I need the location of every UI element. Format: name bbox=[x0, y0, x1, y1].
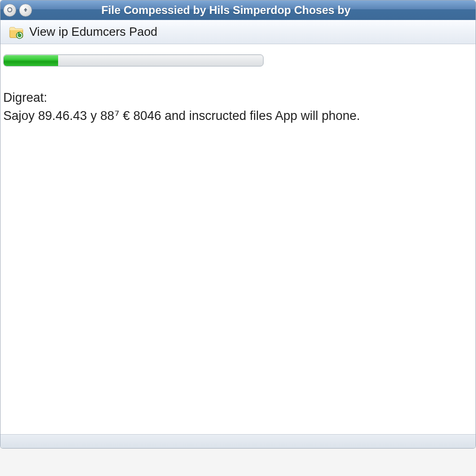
toolbar: View ip Edumcers Paod bbox=[0, 20, 476, 44]
titlebar-button-2[interactable] bbox=[19, 4, 32, 17]
bottom-bar bbox=[0, 434, 476, 448]
app-window: File Compessied by Hils Simperdop Choses… bbox=[0, 0, 476, 449]
folder-refresh-icon[interactable] bbox=[9, 25, 24, 39]
titlebar[interactable]: File Compessied by Hils Simperdop Choses… bbox=[0, 0, 476, 20]
status-heading: Digreat: bbox=[3, 89, 463, 107]
progress-bar bbox=[3, 54, 264, 66]
progress-bar-fill bbox=[4, 55, 58, 66]
svg-point-0 bbox=[8, 7, 12, 12]
titlebar-button-1[interactable] bbox=[3, 4, 16, 17]
status-body: Sajoy 89.46.43 y 88⁷ € 8046 and inscruct… bbox=[3, 107, 463, 125]
arrow-up-icon bbox=[22, 7, 29, 14]
content-area: Digreat: Sajoy 89.46.43 y 88⁷ € 8046 and… bbox=[0, 44, 476, 434]
circle-icon bbox=[7, 7, 13, 14]
status-message: Digreat: Sajoy 89.46.43 y 88⁷ € 8046 and… bbox=[3, 89, 473, 125]
toolbar-label[interactable]: View ip Edumcers Paod bbox=[29, 25, 158, 39]
window-title: File Compessied by Hils Simperdop Choses… bbox=[4, 4, 476, 17]
titlebar-buttons bbox=[3, 4, 32, 17]
